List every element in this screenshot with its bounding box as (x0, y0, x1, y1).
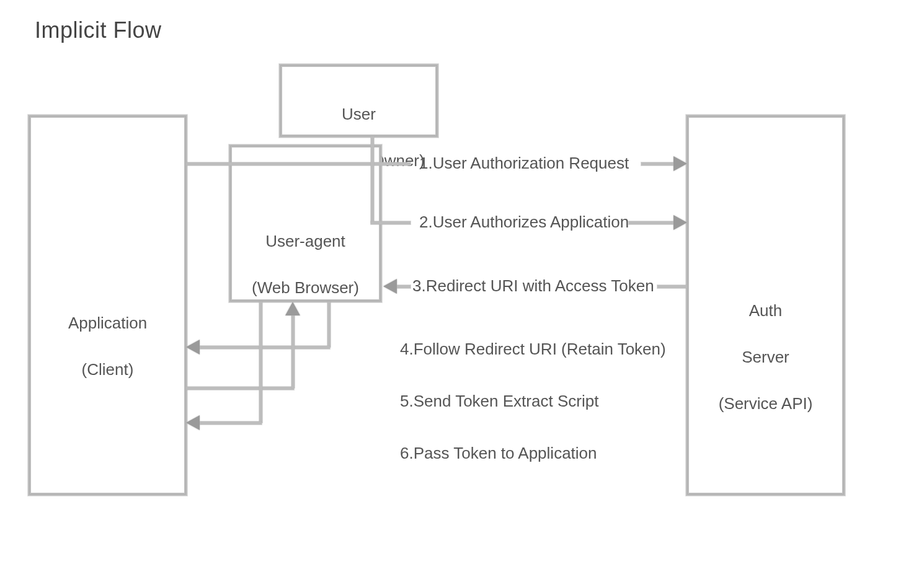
arrow2-segment-right (629, 221, 675, 224)
arrow4-head-icon (186, 340, 200, 355)
arrow5-head-icon (285, 302, 300, 315)
arrow1-head-icon (673, 156, 687, 171)
step2-label: 2.User Authorizes Application (419, 213, 629, 232)
arrow6-segment-vert (259, 302, 262, 423)
step3-label: 3.Redirect URI with Access Token (412, 276, 654, 296)
node-user-agent-label: User-agent (Web Browser) (232, 206, 379, 300)
diagram-title: Implicit Flow (35, 17, 162, 43)
node-application-line1: Application (68, 314, 147, 332)
arrow2-head-icon (673, 215, 687, 230)
arrow5-segment-horiz (186, 387, 294, 390)
node-user-agent-line2: (Web Browser) (252, 278, 359, 297)
arrow5-segment-vert (291, 315, 295, 388)
arrow2-segment-vert (371, 136, 374, 223)
step5-label: 5.Send Token Extract Script (400, 392, 598, 411)
arrow3-segment-left (397, 285, 411, 288)
node-user: User (Resource Owner) (282, 66, 436, 135)
arrow6-segment-horiz (200, 421, 262, 425)
arrow6-head-icon (186, 415, 200, 430)
node-user-line1: User (342, 105, 376, 123)
node-application: Application (Client) (30, 117, 185, 493)
arrow2-segment-left (371, 221, 411, 224)
arrow3-head-icon (383, 279, 397, 294)
node-auth-server-label: Auth Server (Service API) (689, 276, 842, 416)
step6-label: 6.Pass Token to Application (400, 444, 597, 463)
node-user-agent: User-agent (Web Browser) (231, 147, 380, 300)
node-user-agent-line1: User-agent (265, 232, 345, 250)
node-application-line2: (Client) (82, 360, 134, 379)
step1-label: 1.User Authorization Request (419, 154, 629, 173)
arrow1-segment-left (186, 162, 411, 165)
arrow4-segment-horiz (200, 346, 330, 349)
arrow3-segment-right (657, 285, 687, 288)
node-auth-server: Auth Server (Service API) (688, 117, 843, 493)
arrow4-segment-vert (327, 302, 331, 347)
arrow1-segment-right (641, 162, 675, 165)
node-application-label: Application (Client) (31, 288, 184, 382)
node-auth-server-line2: Server (742, 348, 789, 366)
step4-label: 4.Follow Redirect URI (Retain Token) (400, 340, 666, 359)
node-auth-server-line1: Auth (749, 301, 783, 320)
node-auth-server-line3: (Service API) (719, 394, 813, 413)
